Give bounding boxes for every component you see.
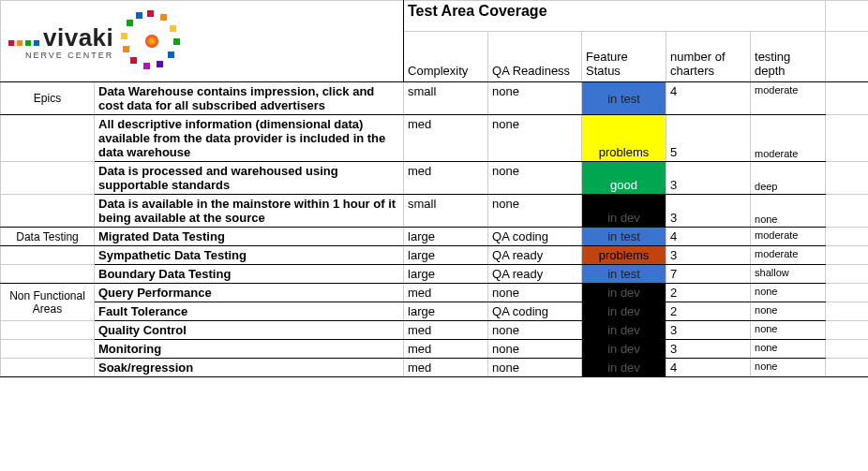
col-depth: testing depth xyxy=(751,32,826,82)
table-row: Epics Data Warehouse contains impression… xyxy=(1,82,869,115)
row-complexity: large xyxy=(404,228,488,246)
col-charters: number of charters xyxy=(666,32,751,82)
row-depth: moderate xyxy=(751,246,826,265)
row-charters: 2 xyxy=(666,302,751,321)
row-desc: Boundary Data Testing xyxy=(95,265,404,284)
row-complexity: med xyxy=(404,115,488,162)
row-desc: Sympathetic Data Testing xyxy=(95,246,404,265)
status-badge: problems xyxy=(582,115,666,162)
row-charters: 3 xyxy=(666,246,751,265)
status-badge: problems xyxy=(582,246,666,265)
table-row: Non Functional Areas Query Performance m… xyxy=(1,284,869,302)
row-depth: moderate xyxy=(751,115,826,162)
row-complexity: med xyxy=(404,284,488,302)
status-badge: in test xyxy=(582,82,666,115)
status-badge: in dev xyxy=(582,359,666,377)
row-complexity: med xyxy=(404,162,488,195)
row-desc: Fault Tolerance xyxy=(95,302,404,321)
table-row: Soak/regression med none in dev 4 none xyxy=(1,359,869,377)
status-badge: in dev xyxy=(582,195,666,228)
row-depth: none xyxy=(751,284,826,302)
row-charters: 2 xyxy=(666,284,751,302)
row-qa: none xyxy=(488,340,582,359)
table-row: Data is processed and warehoused using s… xyxy=(1,162,869,195)
section-epics: Epics xyxy=(1,82,95,115)
row-charters: 4 xyxy=(666,228,751,246)
row-qa: none xyxy=(488,359,582,377)
row-depth: none xyxy=(751,302,826,321)
coverage-table: vivaki NERVE CENTER xyxy=(0,0,868,377)
status-badge: in dev xyxy=(582,284,666,302)
status-badge: good xyxy=(582,162,666,195)
row-desc: Monitoring xyxy=(95,340,404,359)
row-complexity: large xyxy=(404,302,488,321)
row-charters: 4 xyxy=(666,82,751,115)
row-depth: none xyxy=(751,359,826,377)
logo-burst-icon xyxy=(119,8,185,74)
row-desc: Data is processed and warehoused using s… xyxy=(95,162,404,195)
table-row: Sympathetic Data Testing large QA ready … xyxy=(1,246,869,265)
row-depth: none xyxy=(751,321,826,340)
logo-text: vivaki NERVE CENTER xyxy=(8,23,113,60)
row-depth: moderate xyxy=(751,82,826,115)
row-complexity: med xyxy=(404,359,488,377)
row-desc: Query Performance xyxy=(95,284,404,302)
row-complexity: small xyxy=(404,195,488,228)
row-complexity: med xyxy=(404,321,488,340)
row-qa: none xyxy=(488,162,582,195)
row-qa: QA coding xyxy=(488,302,582,321)
row-depth: none xyxy=(751,195,826,228)
status-badge: in dev xyxy=(582,321,666,340)
status-badge: in dev xyxy=(582,340,666,359)
row-charters: 3 xyxy=(666,195,751,228)
row-qa: QA coding xyxy=(488,228,582,246)
status-badge: in dev xyxy=(582,302,666,321)
row-complexity: large xyxy=(404,246,488,265)
row-charters: 3 xyxy=(666,340,751,359)
table-row: All descriptive information (dimensional… xyxy=(1,115,869,162)
row-depth: none xyxy=(751,340,826,359)
row-qa: QA ready xyxy=(488,246,582,265)
table-row: Monitoring med none in dev 3 none xyxy=(1,340,869,359)
logo-dots-icon xyxy=(8,40,39,46)
row-depth: deep xyxy=(751,162,826,195)
col-feature-status: Feature Status xyxy=(582,32,666,82)
status-badge: in test xyxy=(582,228,666,246)
row-charters: 5 xyxy=(666,115,751,162)
page-title: Test Area Coverage xyxy=(404,1,826,32)
row-qa: QA ready xyxy=(488,265,582,284)
row-qa: none xyxy=(488,195,582,228)
table-row: Quality Control med none in dev 3 none xyxy=(1,321,869,340)
col-qa-readiness: QA Readiness xyxy=(488,32,582,82)
row-complexity: med xyxy=(404,340,488,359)
row-desc: Quality Control xyxy=(95,321,404,340)
table-row: Fault Tolerance large QA coding in dev 2… xyxy=(1,302,869,321)
row-charters: 3 xyxy=(666,162,751,195)
row-charters: 7 xyxy=(666,265,751,284)
table-row: Boundary Data Testing large QA ready in … xyxy=(1,265,869,284)
row-desc: All descriptive information (dimensional… xyxy=(95,115,404,162)
section-nonfunctional: Non Functional Areas xyxy=(1,284,95,321)
table-row: Data is available in the mainstore withi… xyxy=(1,195,869,228)
row-depth: shallow xyxy=(751,265,826,284)
table-row: Data Testing Migrated Data Testing large… xyxy=(1,228,869,246)
row-desc: Data is available in the mainstore withi… xyxy=(95,195,404,228)
row-complexity: large xyxy=(404,265,488,284)
row-qa: none xyxy=(488,321,582,340)
row-desc: Data Warehouse contains impression, clic… xyxy=(95,82,404,115)
row-desc: Migrated Data Testing xyxy=(95,228,404,246)
row-desc: Soak/regression xyxy=(95,359,404,377)
logo-cell: vivaki NERVE CENTER xyxy=(1,1,404,82)
row-qa: none xyxy=(488,284,582,302)
status-badge: in test xyxy=(582,265,666,284)
col-complexity: Complexity xyxy=(404,32,488,82)
logo-name: vivaki xyxy=(43,23,113,52)
row-qa: none xyxy=(488,82,582,115)
row-charters: 3 xyxy=(666,321,751,340)
row-charters: 4 xyxy=(666,359,751,377)
section-data-testing: Data Testing xyxy=(1,228,95,246)
row-depth: moderate xyxy=(751,228,826,246)
row-qa: none xyxy=(488,115,582,162)
row-complexity: small xyxy=(404,82,488,115)
